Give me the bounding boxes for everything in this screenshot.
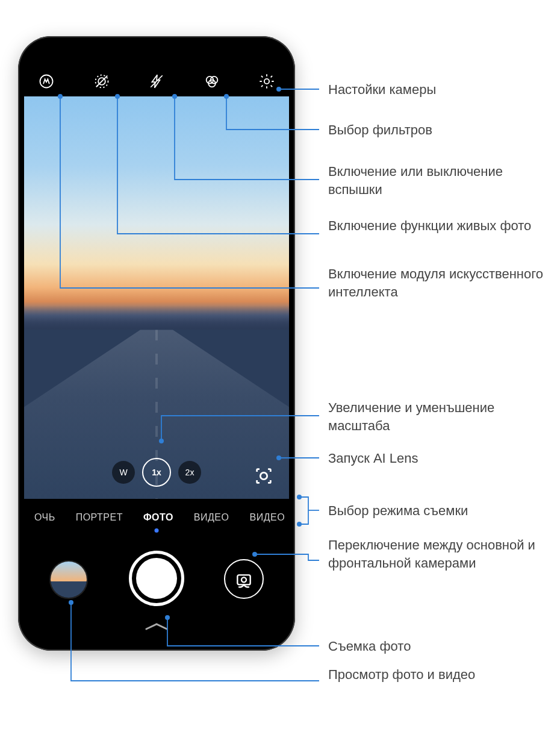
chevron-up-icon[interactable] (144, 622, 169, 634)
top-icon-bar (24, 42, 289, 96)
zoom-wide-button[interactable]: W (112, 461, 135, 484)
ai-icon[interactable] (37, 72, 55, 90)
callout-live-photo: Включение функции живых фото (328, 217, 551, 235)
mode-bar[interactable]: ОЧЬ ПОРТРЕТ ФОТО ВИДЕО ВИДЕО (24, 499, 289, 536)
callout-settings: Настойки камеры (328, 81, 551, 99)
zoom-2x-button[interactable]: 2x (178, 461, 201, 484)
filters-icon[interactable] (203, 72, 221, 90)
svg-point-19 (297, 495, 302, 499)
svg-rect-10 (237, 575, 250, 584)
callout-zoom: Увеличение и уменъшение масштаба (328, 399, 551, 434)
mode-video[interactable]: ВИДЕО (194, 512, 229, 523)
camera-screen: W 1x 2x ОЧЬ ПОРТРЕТ ФОТО ВИДЕО ВИДЕО (24, 42, 289, 645)
mode-night[interactable]: ОЧЬ (34, 512, 55, 523)
callout-filters: Выбор фильтров (328, 121, 551, 139)
mode-video2[interactable]: ВИДЕО (249, 512, 285, 523)
zoom-1x-button[interactable]: 1x (142, 458, 171, 487)
shutter-button[interactable] (129, 551, 184, 606)
ai-lens-button[interactable] (252, 464, 276, 488)
mode-photo[interactable]: ФОТО (143, 512, 173, 523)
mode-indicator-dot (155, 528, 159, 533)
callout-ai-lens: Запуск AI Lens (328, 449, 551, 468)
phone-frame: W 1x 2x ОЧЬ ПОРТРЕТ ФОТО ВИДЕО ВИДЕО (18, 36, 295, 651)
gear-icon[interactable] (258, 72, 276, 90)
switch-camera-button[interactable] (224, 559, 264, 599)
bottom-controls (24, 536, 289, 645)
svg-point-20 (297, 522, 302, 527)
svg-point-11 (241, 577, 246, 582)
flash-off-icon[interactable] (148, 72, 166, 90)
callout-mode-select: Выбор режима съемки (328, 502, 551, 520)
svg-point-8 (264, 79, 269, 84)
callout-gallery: Просмотр фото и видео (328, 666, 551, 684)
mode-portrait[interactable]: ПОРТРЕТ (76, 512, 123, 523)
callout-flash: Включение или выключение вспышки (328, 163, 551, 198)
svg-point-9 (260, 472, 267, 479)
callout-ai-module: Включение модуля искусственного интеллек… (328, 265, 551, 301)
viewfinder[interactable]: W 1x 2x (24, 96, 289, 499)
callout-swap-camera: Переключение между основной и фронтально… (328, 536, 551, 572)
gallery-thumbnail[interactable] (49, 560, 88, 599)
live-photo-icon[interactable] (93, 72, 111, 90)
callout-shutter: Съемка фото (328, 637, 551, 655)
zoom-bar: W 1x 2x (24, 458, 289, 487)
